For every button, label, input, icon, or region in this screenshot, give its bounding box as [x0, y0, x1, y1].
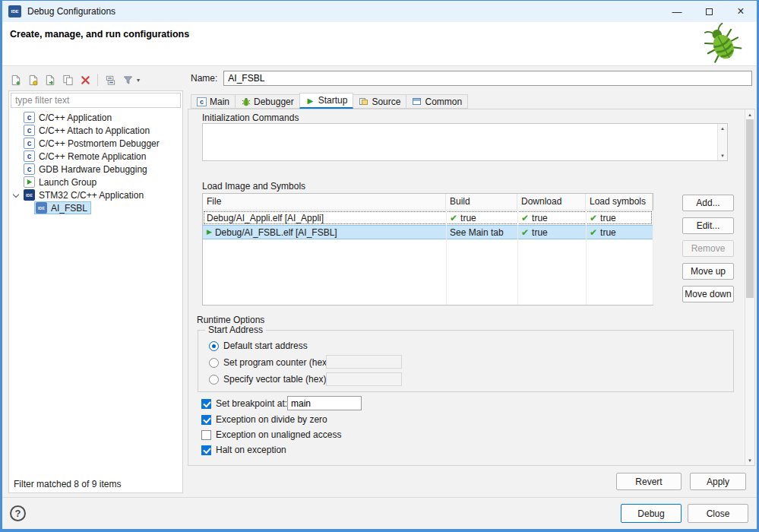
radio-icon[interactable] [209, 375, 219, 385]
tree-item-stm32-application[interactable]: IDE STM32 C/C++ Application [9, 188, 182, 201]
debug-configurations-dialog: IDE Debug Configurations — × Create, man… [0, 0, 759, 532]
column-divider [446, 211, 447, 305]
column-header-download[interactable]: Download [517, 194, 586, 210]
build-cell: true [460, 213, 476, 223]
header-banner: Create, manage, and run configurations [2, 22, 757, 66]
name-label: Name: [191, 73, 217, 84]
check-icon: ✔ [590, 228, 597, 237]
dialog-heading: Create, manage, and run configurations [10, 29, 189, 40]
filter-dropdown-caret-icon[interactable]: ▾ [137, 77, 140, 84]
column-header-load-symbols[interactable]: Load symbols [586, 194, 653, 210]
tab-common[interactable]: Common [406, 94, 468, 109]
close-button[interactable]: Close [688, 504, 748, 523]
toolbar-divider [97, 74, 98, 86]
export-configuration-icon[interactable] [43, 73, 57, 87]
vertical-scrollbar[interactable]: ▲ ▼ [745, 109, 754, 465]
checkbox-halt-on-exception[interactable]: Halt on exception [201, 444, 286, 456]
tree-item-cpp-application[interactable]: c C/C++ Application [9, 111, 182, 124]
name-input[interactable] [223, 71, 752, 86]
c-application-icon: c [24, 112, 35, 123]
radio-specify-vector-table[interactable]: Specify vector table (hex): [209, 373, 329, 385]
c-application-icon: c [24, 163, 35, 175]
collapse-all-icon[interactable] [103, 73, 117, 87]
scroll-down-icon[interactable]: ▼ [745, 455, 754, 465]
scroll-down-icon[interactable]: ▼ [718, 151, 727, 160]
radio-set-program-counter[interactable]: Set program counter (hex): [209, 356, 332, 369]
checkbox-icon[interactable] [201, 415, 211, 425]
filter-input[interactable] [11, 93, 181, 108]
tree-item-cpp-remote[interactable]: c C/C++ Remote Application [9, 150, 182, 163]
new-prototype-icon[interactable] [26, 73, 40, 87]
help-icon[interactable]: ? [10, 505, 26, 521]
download-cell: true [532, 213, 548, 223]
scrollbar-thumb[interactable] [746, 119, 754, 298]
name-row: Name: [191, 71, 752, 86]
init-commands-area: ▲ ▼ [202, 123, 728, 161]
start-address-label: Start Address [205, 325, 266, 335]
duplicate-icon[interactable] [61, 73, 74, 87]
move-down-button[interactable]: Move down [682, 286, 734, 302]
load-symbols-cell: true [600, 227, 616, 238]
c-application-icon: c [24, 125, 35, 136]
breakpoint-input[interactable] [287, 396, 362, 410]
maximize-button[interactable] [693, 1, 725, 22]
remove-button: Remove [682, 240, 734, 257]
init-commands-input[interactable] [203, 124, 717, 160]
tree-item-cpp-postmortem[interactable]: c C/C++ Postmortem Debugger [9, 137, 182, 150]
tab-debugger[interactable]: Debugger [235, 94, 300, 109]
source-tab-icon [359, 97, 368, 106]
configurations-tree: c C/C++ Application c C/C++ Attach to Ap… [9, 111, 182, 214]
file-cell: Debug/AI_Appli.elf [AI_Appli] [207, 213, 324, 223]
scroll-up-icon[interactable]: ▲ [718, 124, 727, 133]
column-header-file[interactable]: File [203, 194, 446, 210]
checkbox-icon[interactable] [201, 445, 211, 455]
radio-icon[interactable] [209, 341, 219, 351]
close-window-button[interactable]: × [725, 1, 757, 22]
tab-main[interactable]: c Main [191, 94, 236, 109]
titlebar: IDE Debug Configurations — × [2, 1, 757, 22]
debugger-tab-icon [241, 97, 251, 106]
tree-item-launch-group[interactable]: Launch Group [9, 176, 182, 188]
download-cell: true [532, 227, 548, 238]
move-up-button[interactable]: Move up [682, 263, 734, 280]
init-commands-scrollbar[interactable]: ▲ ▼ [717, 124, 727, 160]
c-application-icon: c [24, 138, 35, 149]
expander-chevron-icon[interactable] [13, 191, 19, 197]
edit-button[interactable]: Edit... [682, 217, 734, 234]
main-tab-icon: c [197, 97, 207, 106]
checkbox-set-breakpoint[interactable]: Set breakpoint at: [201, 397, 287, 410]
dialog-footer: ? Debug Close [2, 497, 757, 529]
new-configuration-icon[interactable] [8, 73, 22, 87]
debug-button[interactable]: Debug [621, 504, 682, 523]
tab-source[interactable]: Source [353, 94, 406, 109]
vector-table-input [326, 372, 402, 386]
revert-button[interactable]: Revert [616, 473, 682, 490]
load-image-label: Load Image and Symbols [202, 181, 305, 192]
filter-status: Filter matched 8 of 9 items [14, 479, 121, 489]
minimize-button[interactable]: — [661, 1, 693, 22]
tree-item-gdb-hardware[interactable]: c GDB Hardware Debugging [9, 163, 182, 176]
filter-icon[interactable] [121, 73, 134, 87]
checkbox-icon[interactable] [201, 399, 211, 409]
radio-icon[interactable] [209, 358, 219, 368]
tab-startup[interactable]: ▶ Startup [299, 93, 354, 109]
launch-group-icon [24, 176, 35, 188]
apply-button[interactable]: Apply [690, 473, 746, 490]
checkbox-icon[interactable] [201, 430, 211, 440]
checkbox-exception-unaligned-access[interactable]: Exception on unaligned access [201, 429, 341, 441]
configurations-sidebar: c C/C++ Application c C/C++ Attach to Ap… [8, 90, 183, 493]
program-counter-input [326, 355, 402, 369]
checkbox-exception-divide-by-zero[interactable]: Exception on divide by zero [201, 413, 327, 426]
tree-item-ai-fsbl[interactable]: IDE AI_FSBL [9, 201, 182, 214]
tree-item-cpp-attach[interactable]: c C/C++ Attach to Application [9, 124, 182, 137]
radio-default-start-address[interactable]: Default start address [209, 340, 308, 352]
startup-tab-icon: ▶ [305, 96, 315, 106]
column-header-build[interactable]: Build [446, 194, 517, 210]
add-button[interactable]: Add... [682, 195, 734, 211]
editor-tabs: c Main Debugger ▶ Startup Source [191, 93, 467, 109]
delete-icon[interactable] [78, 73, 92, 87]
column-divider [653, 211, 653, 305]
scroll-up-icon[interactable]: ▲ [745, 109, 754, 119]
column-divider [586, 211, 587, 305]
column-divider [517, 211, 518, 305]
